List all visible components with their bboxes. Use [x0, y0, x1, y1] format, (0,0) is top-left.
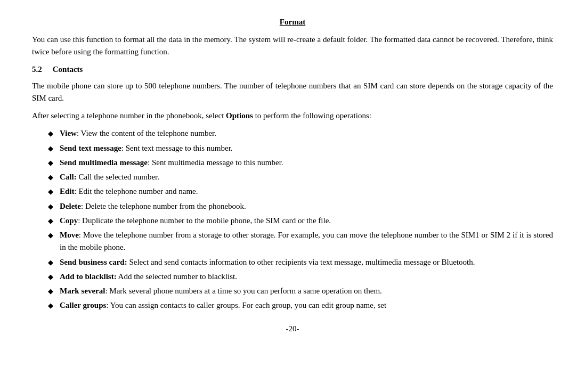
page-number: -20-	[32, 323, 553, 335]
bullet-text: : Sent text message to this number.	[121, 144, 233, 152]
list-item: ◆Delete: Delete the telephone number fro…	[32, 200, 553, 213]
format-paragraph: You can use this function to format all …	[32, 34, 553, 59]
bullet-diamond-icon: ◆	[48, 172, 53, 183]
contacts-intro-end: to perform the following operations:	[253, 111, 371, 120]
bullet-diamond-icon: ◆	[48, 128, 53, 139]
bullet-diamond-icon: ◆	[48, 230, 53, 241]
bullet-content: Mark several: Mark several phone numbers…	[60, 285, 553, 297]
contacts-intro-text: After selecting a telephone number in th…	[32, 111, 226, 120]
bullet-content: Move: Move the telephone number from a s…	[60, 229, 553, 254]
bullet-content: Caller groups: You can assign contacts t…	[60, 299, 553, 312]
bullet-label: Send business card:	[60, 258, 127, 266]
bullet-content: Call: Call the selected number.	[60, 171, 553, 183]
bullet-diamond-icon: ◆	[48, 216, 53, 226]
bullet-content: Edit: Edit the telephone number and name…	[60, 185, 553, 198]
list-item: ◆View: View the content of the telephone…	[32, 127, 553, 140]
contacts-paragraph2: After selecting a telephone number in th…	[32, 110, 553, 122]
bullet-text: Call the selected number.	[77, 173, 159, 181]
list-item: ◆Send business card: Select and send con…	[32, 256, 553, 268]
bullet-label: Mark several	[60, 287, 105, 295]
bullet-text: : Move the telephone number from a stora…	[60, 231, 553, 251]
bullet-label: Send text message	[60, 144, 121, 152]
bullet-text: : Mark several phone numbers at a time s…	[105, 287, 381, 295]
bullet-content: Delete: Delete the telephone number from…	[60, 200, 553, 213]
list-item: ◆Send multimedia message: Sent multimedi…	[32, 157, 553, 169]
contacts-paragraph1: The mobile phone can store up to 500 tel…	[32, 80, 553, 105]
bullet-diamond-icon: ◆	[48, 286, 53, 297]
bullet-content: Send multimedia message: Sent multimedia…	[60, 157, 553, 169]
list-item: ◆Move: Move the telephone number from a …	[32, 229, 553, 254]
bullet-label: Edit	[60, 187, 75, 195]
list-item: ◆Send text message: Sent text message to…	[32, 142, 553, 154]
bullet-text: Select and send contacts information to …	[127, 258, 475, 266]
list-item: ◆Edit: Edit the telephone number and nam…	[32, 185, 553, 198]
bullet-diamond-icon: ◆	[48, 201, 53, 212]
bullet-diamond-icon: ◆	[48, 272, 53, 282]
bullet-diamond-icon: ◆	[48, 300, 53, 311]
bullet-diamond-icon: ◆	[48, 143, 53, 154]
bullet-label: Delete	[60, 202, 81, 210]
bullet-content: View: View the content of the telephone …	[60, 127, 553, 140]
section-number: 5.2	[32, 65, 42, 74]
list-item: ◆Call: Call the selected number.	[32, 171, 553, 183]
bullet-content: Copy: Duplicate the telephone number to …	[60, 215, 553, 227]
bullet-label: Add to blacklist:	[60, 272, 117, 281]
section-title: Contacts	[53, 65, 83, 74]
bullet-diamond-icon: ◆	[48, 257, 53, 268]
bullet-list: ◆View: View the content of the telephone…	[32, 127, 553, 312]
list-item: ◆Copy: Duplicate the telephone number to…	[32, 215, 553, 227]
bullet-text: Add the selected number to blacklist.	[117, 272, 237, 281]
list-item: ◆Add to blacklist: Add the selected numb…	[32, 271, 553, 283]
bullet-content: Send text message: Sent text message to …	[60, 142, 553, 154]
bullet-label: Send multimedia message	[60, 158, 148, 167]
section-heading: 5.2Contacts	[32, 63, 553, 76]
list-item: ◆Caller groups: You can assign contacts …	[32, 299, 553, 312]
bullet-label: View	[60, 129, 77, 137]
bullet-text: : Sent multimedia message to this number…	[148, 158, 283, 167]
bullet-content: Send business card: Select and send cont…	[60, 256, 553, 268]
bullet-content: Add to blacklist: Add the selected numbe…	[60, 271, 553, 283]
bullet-label: Call:	[60, 173, 77, 181]
bullet-diamond-icon: ◆	[48, 158, 53, 168]
bullet-text: : Duplicate the telephone number to the …	[78, 216, 331, 225]
contacts-options-bold: Options	[226, 111, 253, 120]
bullet-label: Caller groups	[60, 301, 106, 309]
bullet-text: : Delete the telephone number from the p…	[81, 202, 246, 210]
bullet-label: Copy	[60, 216, 78, 225]
bullet-label: Move	[60, 231, 79, 239]
bullet-diamond-icon: ◆	[48, 186, 53, 197]
list-item: ◆Mark several: Mark several phone number…	[32, 285, 553, 297]
bullet-text: : You can assign contacts to caller grou…	[106, 301, 386, 309]
bullet-text: : View the content of the telephone numb…	[77, 129, 216, 137]
bullet-text: : Edit the telephone number and name.	[75, 187, 198, 195]
page-title: Format	[32, 16, 553, 28]
